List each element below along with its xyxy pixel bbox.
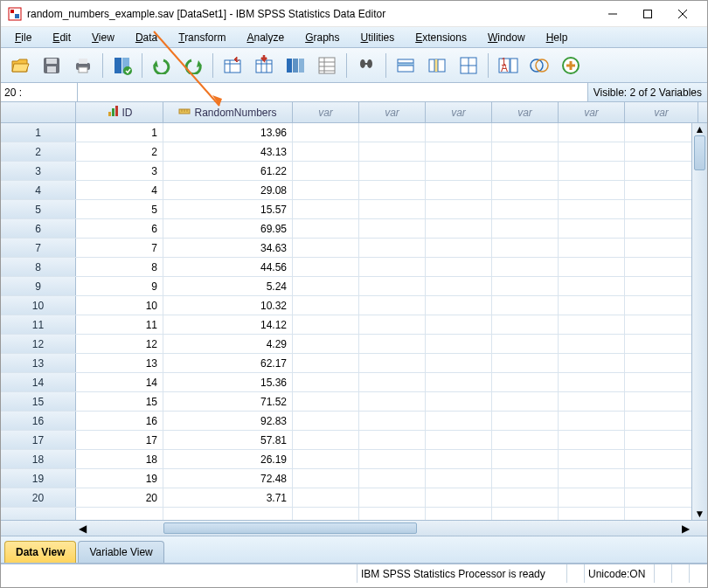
- open-button[interactable]: [6, 52, 34, 80]
- cell-randomnumbers[interactable]: 71.52: [163, 392, 293, 411]
- cell-empty[interactable]: [492, 258, 559, 276]
- cell-empty[interactable]: [426, 508, 492, 520]
- cell-empty[interactable]: [426, 469, 492, 488]
- table-row[interactable]: 161692.83: [1, 412, 707, 431]
- row-header[interactable]: 1: [1, 123, 76, 142]
- cell-randomnumbers[interactable]: 4.29: [163, 335, 293, 353]
- cell-empty[interactable]: [426, 277, 492, 295]
- split-file-button[interactable]: [455, 52, 482, 80]
- cell-empty[interactable]: [492, 162, 559, 180]
- cell-empty[interactable]: [293, 277, 359, 295]
- cell-empty[interactable]: [625, 123, 698, 142]
- cell-empty[interactable]: [359, 219, 426, 238]
- table-row[interactable]: 4429.08: [1, 181, 707, 200]
- cell-empty[interactable]: [625, 315, 698, 334]
- cell-empty[interactable]: [293, 200, 359, 218]
- cell-empty[interactable]: [426, 142, 492, 161]
- minimize-button[interactable]: [595, 2, 630, 26]
- run-descriptives-button[interactable]: [313, 52, 341, 80]
- cell-randomnumbers[interactable]: 69.95: [163, 219, 293, 238]
- row-header[interactable]: 7: [1, 239, 76, 257]
- cell-empty[interactable]: [559, 488, 625, 507]
- cell-empty[interactable]: [293, 239, 359, 257]
- row-header[interactable]: 14: [1, 373, 76, 391]
- table-row-blank[interactable]: [1, 508, 707, 520]
- table-row[interactable]: 141415.36: [1, 373, 707, 392]
- column-header-var[interactable]: var: [625, 102, 698, 122]
- cell-empty[interactable]: [359, 450, 426, 468]
- cell-empty[interactable]: [359, 412, 426, 430]
- cell-empty[interactable]: [625, 469, 698, 488]
- cell-empty[interactable]: [559, 412, 625, 430]
- cell-empty[interactable]: [559, 277, 625, 295]
- maximize-button[interactable]: [630, 2, 665, 26]
- value-labels-button[interactable]: 1A: [494, 52, 522, 80]
- cell-randomnumbers[interactable]: 26.19: [163, 450, 293, 468]
- save-button[interactable]: [38, 52, 66, 80]
- row-header[interactable]: 8: [1, 258, 76, 276]
- cell-empty[interactable]: [492, 200, 559, 218]
- row-header[interactable]: 11: [1, 315, 76, 334]
- cell-empty[interactable]: [293, 431, 359, 449]
- variables-button[interactable]: [281, 52, 309, 80]
- cell-empty[interactable]: [359, 373, 426, 391]
- row-header[interactable]: 10: [1, 296, 76, 315]
- cell-empty[interactable]: [359, 142, 426, 161]
- menu-data[interactable]: Data: [125, 29, 168, 46]
- cell-empty[interactable]: [76, 508, 163, 520]
- cell-empty[interactable]: [426, 239, 492, 257]
- table-row[interactable]: 171757.81: [1, 431, 707, 450]
- cell-empty[interactable]: [492, 488, 559, 507]
- cell-id[interactable]: 20: [76, 488, 163, 507]
- row-header[interactable]: 9: [1, 277, 76, 295]
- tab-variable-view[interactable]: Variable View: [78, 541, 163, 563]
- table-row[interactable]: 5515.57: [1, 200, 707, 219]
- table-row[interactable]: 2243.13: [1, 142, 707, 162]
- insert-variable-button[interactable]: [423, 52, 451, 80]
- cell-empty[interactable]: [426, 412, 492, 430]
- undo-button[interactable]: [148, 52, 176, 80]
- cell-empty[interactable]: [492, 431, 559, 449]
- cell-empty[interactable]: [426, 315, 492, 334]
- table-row[interactable]: 111114.12: [1, 315, 707, 335]
- cell-empty[interactable]: [625, 258, 698, 276]
- cell-id[interactable]: 10: [76, 296, 163, 315]
- menu-view[interactable]: View: [81, 29, 125, 46]
- table-row[interactable]: 7734.63: [1, 239, 707, 258]
- menu-help[interactable]: Help: [536, 29, 579, 46]
- cell-empty[interactable]: [426, 162, 492, 180]
- scroll-up-icon[interactable]: ▲: [692, 123, 707, 135]
- cell-empty[interactable]: [293, 392, 359, 411]
- cell-empty[interactable]: [559, 219, 625, 238]
- vertical-scrollbar[interactable]: ▲ ▼: [691, 123, 707, 520]
- cell-empty[interactable]: [426, 200, 492, 218]
- scroll-thumb[interactable]: [163, 522, 417, 534]
- redo-button[interactable]: [179, 52, 207, 80]
- cell-empty[interactable]: [426, 181, 492, 199]
- cell-empty[interactable]: [492, 142, 559, 161]
- cell-empty[interactable]: [625, 219, 698, 238]
- cell-empty[interactable]: [359, 296, 426, 315]
- cell-empty[interactable]: [359, 123, 426, 142]
- cell-id[interactable]: 5: [76, 200, 163, 218]
- cell-empty[interactable]: [359, 277, 426, 295]
- cell-empty[interactable]: [359, 469, 426, 488]
- cell-empty[interactable]: [559, 469, 625, 488]
- cell-randomnumbers[interactable]: 44.56: [163, 258, 293, 276]
- cell-empty[interactable]: [293, 258, 359, 276]
- cell-randomnumbers[interactable]: 43.13: [163, 142, 293, 161]
- cell-empty[interactable]: [559, 373, 625, 391]
- cell-id[interactable]: 16: [76, 412, 163, 430]
- cell-empty[interactable]: [559, 296, 625, 315]
- menu-transform[interactable]: Transform: [168, 29, 236, 46]
- table-row[interactable]: 101010.32: [1, 296, 707, 315]
- cell-empty[interactable]: [492, 373, 559, 391]
- cell-empty[interactable]: [426, 373, 492, 391]
- cell-empty[interactable]: [426, 431, 492, 449]
- insert-cases-button[interactable]: [392, 52, 420, 80]
- cell-empty[interactable]: [426, 123, 492, 142]
- cell-randomnumbers[interactable]: 92.83: [163, 412, 293, 430]
- cell-randomnumbers[interactable]: 3.71: [163, 488, 293, 507]
- cell-id[interactable]: 7: [76, 239, 163, 257]
- cell-id[interactable]: 15: [76, 392, 163, 411]
